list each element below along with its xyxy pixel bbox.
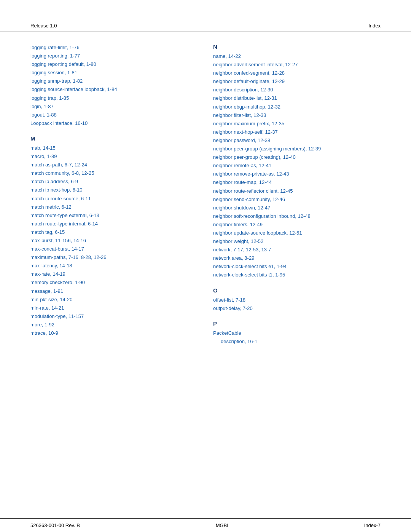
index-link[interactable]: macro, 1-89 — [30, 152, 198, 161]
index-link[interactable]: neighbor distribute-list, 12-31 — [213, 94, 381, 102]
section-heading-n: N — [213, 43, 381, 50]
index-link[interactable]: neighbor peer-group (assigning members),… — [213, 145, 381, 153]
index-link[interactable]: neighbor update-source loopback, 12-51 — [213, 229, 381, 237]
right-column: N name, 14-22neighbor advertisement-inte… — [213, 43, 381, 346]
index-link[interactable]: neighbor route-map, 12-44 — [213, 178, 381, 187]
index-link[interactable]: offset-list, 7-18 — [213, 296, 381, 304]
n-section-items: name, 14-22neighbor advertisement-interv… — [213, 52, 381, 280]
index-link[interactable]: neighbor weight, 12-52 — [213, 237, 381, 246]
footer-right: Index-7 — [364, 522, 381, 528]
index-link[interactable]: logging reporting default, 1-80 — [30, 60, 198, 69]
index-link[interactable]: max-concat-burst, 14-17 — [30, 245, 198, 253]
index-link[interactable]: match ip route-source, 6-11 — [30, 195, 198, 203]
index-link[interactable]: logging session, 1-81 — [30, 69, 198, 77]
index-link[interactable]: match tag, 6-15 — [30, 228, 198, 236]
section-heading-o: O — [213, 287, 381, 294]
index-link[interactable]: min-rate, 14-21 — [30, 304, 198, 312]
index-link[interactable]: mtrace, 10-9 — [30, 329, 198, 337]
index-link[interactable]: login, 1-87 — [30, 102, 198, 111]
index-link[interactable]: logging trap, 1-85 — [30, 94, 198, 102]
index-link[interactable]: neighbor route-reflector client, 12-45 — [213, 187, 381, 195]
section-heading-m: M — [30, 135, 198, 142]
index-link[interactable]: network, 7-17, 12-53, 13-7 — [213, 246, 381, 254]
index-link[interactable]: message, 1-91 — [30, 287, 198, 296]
index-link[interactable]: match community, 6-8, 12-25 — [30, 169, 198, 177]
index-link[interactable]: memory checkzero, 1-90 — [30, 278, 198, 287]
index-link[interactable]: neighbor password, 12-38 — [213, 136, 381, 145]
index-link[interactable]: logout, 1-88 — [30, 111, 198, 119]
index-link[interactable]: name, 14-22 — [213, 52, 381, 61]
index-link[interactable]: logging snmp-trap, 1-82 — [30, 77, 198, 85]
p-section-items: PacketCabledescription, 16-1 — [213, 329, 381, 346]
index-link[interactable]: network area, 8-29 — [213, 254, 381, 262]
index-link[interactable]: output-delay, 7-20 — [213, 304, 381, 313]
page-header: Release 1.0 Index — [0, 0, 411, 32]
page-container: Release 1.0 Index logging rate-limit, 1-… — [0, 0, 411, 532]
index-link[interactable]: more, 1-92 — [30, 321, 198, 329]
index-link[interactable]: network-clock-select bits e1, 1-94 — [213, 262, 381, 271]
index-link[interactable]: neighbor remove-private-as, 12-43 — [213, 170, 381, 178]
index-link[interactable]: logging rate-limit, 1-76 — [30, 43, 198, 52]
index-link[interactable]: description, 16-1 — [213, 337, 381, 346]
header-release: Release 1.0 — [30, 23, 57, 29]
index-link[interactable]: match ip next-hop, 6-10 — [30, 186, 198, 194]
index-link[interactable]: neighbor advertisement-interval, 12-27 — [213, 61, 381, 69]
left-column: logging rate-limit, 1-76logging reportin… — [30, 43, 198, 346]
l-section-items: logging rate-limit, 1-76logging reportin… — [30, 43, 198, 128]
index-link[interactable]: neighbor peer-group (creating), 12-40 — [213, 153, 381, 161]
page-footer: 526363-001-00 Rev. B MGBI Index-7 — [0, 518, 411, 532]
main-content: logging rate-limit, 1-76logging reportin… — [0, 32, 411, 376]
index-link[interactable]: network-clock-select bits t1, 1-95 — [213, 271, 381, 279]
index-link[interactable]: match route-type internal, 6-14 — [30, 220, 198, 228]
index-link[interactable]: neighbor next-hop-self, 12-37 — [213, 128, 381, 136]
index-link[interactable]: neighbor send-community, 12-46 — [213, 195, 381, 204]
index-link[interactable]: Loopback interface, 16-10 — [30, 119, 198, 128]
index-link[interactable]: neighbor ebgp-multihop, 12-32 — [213, 103, 381, 111]
index-link[interactable]: min-pkt-size, 14-20 — [30, 296, 198, 304]
index-link[interactable]: logging reporting, 1-77 — [30, 52, 198, 60]
index-link[interactable]: neighbor filter-list, 12-33 — [213, 111, 381, 120]
o-section-items: offset-list, 7-18output-delay, 7-20 — [213, 296, 381, 313]
index-link[interactable]: modulation-type, 11-157 — [30, 312, 198, 321]
index-link[interactable]: neighbor remote-as, 12-41 — [213, 161, 381, 170]
index-link[interactable]: mab, 14-15 — [30, 144, 198, 152]
index-link[interactable]: neighbor default-originate, 12-29 — [213, 77, 381, 86]
index-link[interactable]: match route-type external, 6-13 — [30, 211, 198, 220]
index-link[interactable]: neighbor soft-reconfiguration inbound, 1… — [213, 212, 381, 220]
index-link[interactable]: neighbor description, 12-30 — [213, 86, 381, 94]
index-link[interactable]: neighbor maximum-prefix, 12-35 — [213, 120, 381, 128]
footer-left: 526363-001-00 Rev. B — [30, 522, 80, 528]
index-link[interactable]: logging source-interface loopback, 1-84 — [30, 85, 198, 94]
index-link[interactable]: neighbor confed-segment, 12-28 — [213, 69, 381, 77]
index-link[interactable]: max-burst, 11-156, 14-16 — [30, 236, 198, 245]
index-link[interactable]: neighbor timers, 12-49 — [213, 220, 381, 229]
index-link[interactable]: PacketCable — [213, 329, 381, 337]
index-link[interactable]: maximum-paths, 7-16, 8-28, 12-26 — [30, 253, 198, 262]
index-link[interactable]: match metric, 6-12 — [30, 203, 198, 211]
section-heading-p: P — [213, 320, 381, 327]
index-link[interactable]: neighbor shutdown, 12-47 — [213, 204, 381, 212]
m-section-items: mab, 14-15macro, 1-89match as-path, 6-7,… — [30, 144, 198, 337]
index-link[interactable]: match ip address, 6-9 — [30, 177, 198, 186]
index-link[interactable]: match as-path, 6-7, 12-24 — [30, 161, 198, 169]
header-index: Index — [368, 23, 381, 29]
index-link[interactable]: max-latency, 14-18 — [30, 262, 198, 270]
footer-center: MGBI — [216, 522, 228, 528]
index-link[interactable]: max-rate, 14-19 — [30, 270, 198, 278]
